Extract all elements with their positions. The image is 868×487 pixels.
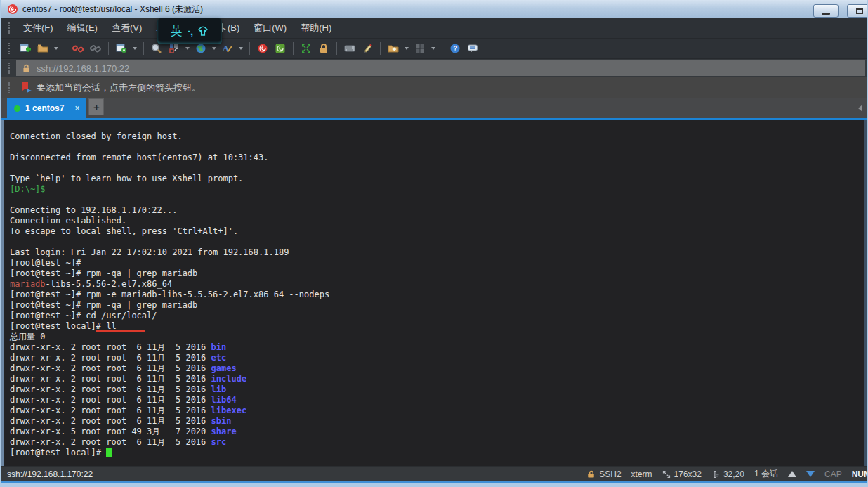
menu-window[interactable]: 窗口(W) <box>246 18 294 38</box>
status-session-count[interactable]: 1 会话 <box>754 468 778 480</box>
open-session-dropdown[interactable] <box>54 47 58 50</box>
menu-help[interactable]: 帮助(H) <box>294 18 338 38</box>
toolbar-grip[interactable] <box>8 43 11 54</box>
new-session-button[interactable] <box>17 40 34 57</box>
terminal-text: [root@test ~]# rpm -e mariadb-libs-5.5.5… <box>10 290 329 299</box>
menu-file[interactable]: 文件(F) <box>16 18 60 38</box>
toolbar-separator <box>380 42 381 55</box>
xshell-icon <box>257 43 268 54</box>
connected-status-dot <box>14 105 20 112</box>
terminal-text: Connection established. <box>10 216 126 226</box>
terminal-text: mariadb <box>10 279 46 289</box>
terminal-line: [root@test ~]# rpm -e mariadb-libs-5.5.5… <box>10 290 864 300</box>
font-button[interactable]: A <box>219 40 236 57</box>
reconnect-button[interactable] <box>87 40 104 57</box>
open-session-button[interactable] <box>34 40 51 57</box>
feedback-button[interactable] <box>464 40 481 57</box>
lock-screen-button[interactable] <box>315 40 332 57</box>
new-tab-button[interactable]: + <box>88 98 104 115</box>
terminal-text: 总用量 0 <box>10 332 45 342</box>
tile-windows-button[interactable] <box>412 40 428 57</box>
menu-view[interactable]: 查看(V) <box>105 18 149 38</box>
tab-close-icon[interactable]: × <box>69 103 79 113</box>
terminal-text: drwxr-xr-x. 2 root root 6 11月 5 2016 <box>10 384 211 394</box>
menubar-grip[interactable] <box>8 22 11 34</box>
terminal-line: Disconnected from remote host(centos7) a… <box>10 152 864 163</box>
layout-dropdown[interactable] <box>185 47 190 50</box>
disconnect-icon <box>72 43 84 54</box>
svg-text:?: ? <box>453 45 457 53</box>
terminal-line: [root@test ~]# cd /usr/local/ <box>10 311 864 321</box>
menu-bar: 文件(F) 编辑(E) 查看(V) 工具(T) 选项卡(B) 窗口(W) 帮助(… <box>1 18 867 39</box>
toolbar-separator <box>65 42 65 55</box>
virtual-keyboard-button[interactable] <box>341 40 358 57</box>
fullscreen-button[interactable] <box>298 40 315 57</box>
tab-bar: 1 centos7 × + <box>1 98 867 120</box>
terminal-text: Connection closed by foreign host. <box>10 131 183 141</box>
status-size[interactable]: 176x32 <box>662 469 702 479</box>
status-protocol[interactable]: SSH2 <box>587 469 621 479</box>
minimize-button[interactable] <box>813 4 839 18</box>
new-folder-dropdown[interactable] <box>405 47 409 50</box>
highlight-pen-icon <box>362 43 373 54</box>
terminal-line <box>10 142 864 152</box>
tile-windows-icon-disabled <box>414 43 426 54</box>
notice-bar: 要添加当前会话，点击左侧的箭头按钮。 <box>1 77 867 98</box>
scroll-down-icon[interactable] <box>806 471 815 477</box>
terminal-text: Type `help' to learn how to use Xshell p… <box>10 174 243 183</box>
disconnect-button[interactable] <box>70 40 86 57</box>
title-bar[interactable]: centos7 - root@test:/usr/local - Xshell … <box>1 0 867 18</box>
address-input[interactable]: ssh://192.168.1.170:22 <box>16 60 865 76</box>
terminal-line: Last login: Fri Jan 22 17:02:10 2021 fro… <box>10 247 864 258</box>
toolbar-separator <box>336 42 337 55</box>
web-dropdown[interactable] <box>212 47 216 50</box>
noticebar-grip[interactable] <box>8 82 11 93</box>
menu-edit[interactable]: 编辑(E) <box>60 18 105 38</box>
status-term-type[interactable]: xterm <box>631 469 652 479</box>
speech-bubble-icon <box>467 43 478 54</box>
address-bar: ssh://192.168.1.170:22 <box>1 59 867 77</box>
addressbar-grip[interactable] <box>8 63 11 74</box>
terminal-text: Disconnected from remote host(centos7) a… <box>10 152 268 162</box>
xftp-launch-button[interactable] <box>272 40 289 57</box>
window-title: centos7 - root@test:/usr/local - Xshell … <box>22 4 203 15</box>
ime-status-popup[interactable]: 英 ·, <box>157 18 222 44</box>
tab-centos7[interactable]: 1 centos7 × <box>7 98 86 118</box>
new-folder-button[interactable] <box>385 40 402 57</box>
terminal-output[interactable]: Connection closed by foreign host.Discon… <box>1 120 867 466</box>
terminal-line: drwxr-xr-x. 2 root root 6 11月 5 2016 bin <box>10 342 864 353</box>
font-icon: A <box>222 43 233 54</box>
terminal-line <box>10 237 864 247</box>
terminal-line: drwxr-xr-x. 2 root root 6 11月 5 2016 lib <box>10 384 864 395</box>
tab-scroll-left-icon[interactable] <box>858 105 862 112</box>
new-session-icon <box>20 43 31 54</box>
terminal-line: mariadb-libs-5.5.56-2.el7.x86_64 <box>10 279 864 290</box>
toolbar: A <box>1 39 867 59</box>
tab-label: 1 centos7 <box>25 103 64 113</box>
terminal-line: Type `help' to learn how to use Xshell p… <box>10 174 864 184</box>
window-bottom-border <box>1 481 867 487</box>
font-dropdown[interactable] <box>239 47 243 50</box>
maximize-button[interactable] <box>847 4 867 18</box>
terminal-line: To escape to local shell, press 'Ctrl+Al… <box>10 226 864 237</box>
terminal-text: libexec <box>211 405 247 415</box>
help-icon: ? <box>449 43 461 54</box>
toolbar-separator <box>249 42 250 55</box>
ssl-lock-icon <box>22 64 31 73</box>
add-session-flag-icon[interactable] <box>20 82 32 93</box>
status-cursor-pos[interactable]: 32,20 <box>711 469 744 479</box>
terminal-text: lib64 <box>211 395 237 405</box>
xshell-launch-button[interactable] <box>254 40 271 57</box>
tile-dropdown[interactable] <box>431 47 435 50</box>
resize-icon <box>662 470 671 479</box>
session-properties-button[interactable] <box>113 40 130 57</box>
terminal-text: [root@test local]# <box>10 448 106 457</box>
terminal-text: drwxr-xr-x. 2 root root 6 11月 5 2016 <box>10 395 211 405</box>
highlight-pen-button[interactable] <box>359 40 376 57</box>
terminal-line: Connection established. <box>10 216 864 226</box>
scroll-up-icon[interactable] <box>788 471 796 477</box>
session-properties-dropdown[interactable] <box>133 47 137 50</box>
terminal-text: [D:\~]$ <box>10 184 51 194</box>
terminal-line: Connecting to 192.168.1.170:22... <box>10 205 864 216</box>
help-button[interactable]: ? <box>447 40 463 57</box>
